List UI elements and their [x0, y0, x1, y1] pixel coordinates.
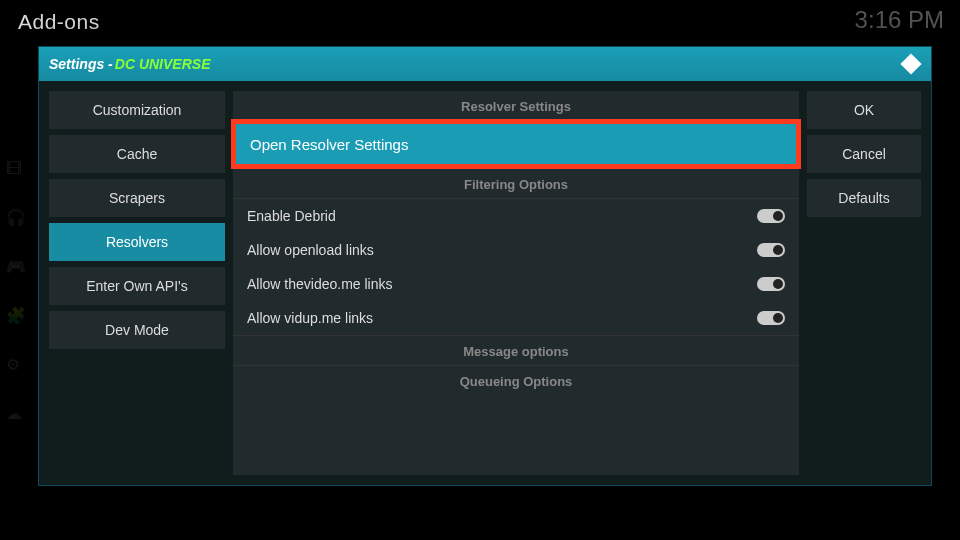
highlight-open-resolver: Open Resolver Settings — [231, 119, 801, 169]
section-filtering-options: Filtering Options — [233, 169, 799, 199]
toggle-allow-openload[interactable]: Allow openload links — [233, 233, 799, 267]
cloud-icon: ☁ — [6, 404, 26, 423]
toggle-switch-icon — [757, 277, 785, 291]
toggle-label: Allow openload links — [247, 242, 374, 258]
settings-dialog: Settings - DC UNIVERSE Customization Cac… — [38, 46, 932, 486]
nav-scrapers[interactable]: Scrapers — [49, 179, 225, 217]
bottom-vignette — [0, 500, 960, 540]
dialog-addon-name: DC UNIVERSE — [115, 56, 211, 72]
kodi-logo-icon — [901, 54, 921, 74]
nav-resolvers[interactable]: Resolvers — [49, 223, 225, 261]
toggle-switch-icon — [757, 209, 785, 223]
dialog-buttons: OK Cancel Defaults — [807, 91, 921, 475]
toggle-allow-thevideo[interactable]: Allow thevideo.me links — [233, 267, 799, 301]
category-nav: Customization Cache Scrapers Resolvers E… — [49, 91, 225, 475]
dialog-title-prefix: Settings - — [49, 56, 113, 72]
nav-customization[interactable]: Customization — [49, 91, 225, 129]
headphones-icon: 🎧 — [6, 208, 26, 227]
dialog-body: Customization Cache Scrapers Resolvers E… — [39, 81, 931, 485]
toggle-allow-vidup[interactable]: Allow vidup.me links — [233, 301, 799, 335]
section-resolver-settings: Resolver Settings — [233, 91, 799, 121]
toggle-label: Enable Debrid — [247, 208, 336, 224]
settings-panel: Resolver Settings Open Resolver Settings… — [233, 91, 799, 475]
clock: 3:16 PM — [855, 6, 944, 34]
toggle-switch-icon — [757, 311, 785, 325]
topbar: Add-ons — [0, 0, 960, 44]
defaults-button[interactable]: Defaults — [807, 179, 921, 217]
ok-button[interactable]: OK — [807, 91, 921, 129]
controller-icon: 🎮 — [6, 257, 26, 276]
section-queueing-options: Queueing Options — [233, 366, 799, 395]
puzzle-icon: 🧩 — [6, 306, 26, 325]
section-message-options: Message options — [233, 336, 799, 366]
open-resolver-label: Open Resolver Settings — [250, 136, 408, 153]
dialog-header: Settings - DC UNIVERSE — [39, 47, 931, 81]
cancel-button[interactable]: Cancel — [807, 135, 921, 173]
nav-enter-own-apis[interactable]: Enter Own API's — [49, 267, 225, 305]
toggle-label: Allow vidup.me links — [247, 310, 373, 326]
toggle-enable-debrid[interactable]: Enable Debrid — [233, 199, 799, 233]
film-icon: 🎞 — [6, 160, 26, 178]
open-resolver-settings-button[interactable]: Open Resolver Settings — [236, 124, 796, 164]
gear-icon: ⚙ — [6, 355, 26, 374]
toggle-label: Allow thevideo.me links — [247, 276, 393, 292]
nav-dev-mode[interactable]: Dev Mode — [49, 311, 225, 349]
global-sidebar: 🎞 🎧 🎮 🧩 ⚙ ☁ — [6, 160, 26, 423]
breadcrumb: Add-ons — [18, 10, 100, 34]
toggle-switch-icon — [757, 243, 785, 257]
nav-cache[interactable]: Cache — [49, 135, 225, 173]
